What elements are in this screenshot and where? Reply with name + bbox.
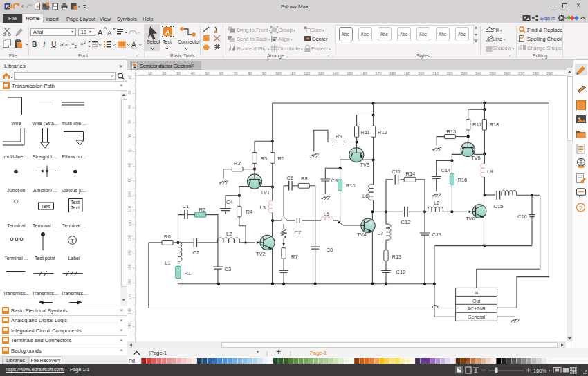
svg-text:R3: R3 (234, 160, 241, 167)
svg-text:R10: R10 (346, 182, 356, 189)
svg-text:R1: R1 (185, 270, 192, 276)
svg-text:TV2: TV2 (256, 251, 266, 257)
svg-text:R11: R11 (361, 129, 370, 135)
svg-text:R2: R2 (199, 207, 206, 213)
svg-text:R17: R17 (472, 122, 482, 128)
svg-text:C14: C14 (441, 167, 451, 173)
svg-text:L2: L2 (226, 231, 232, 237)
svg-text:AC+20B: AC+20B (467, 306, 486, 311)
svg-text:C2: C2 (193, 250, 200, 256)
svg-text:C1: C1 (183, 203, 190, 209)
svg-text:R15: R15 (447, 129, 457, 135)
svg-text:TV4: TV4 (357, 232, 367, 238)
svg-text:C15: C15 (494, 203, 504, 209)
svg-text:R12: R12 (378, 129, 387, 135)
svg-text:R14: R14 (406, 171, 416, 177)
svg-text:TV1: TV1 (261, 189, 270, 196)
svg-text:C10: C10 (396, 269, 406, 275)
svg-text:General: General (468, 314, 485, 319)
svg-text:R6: R6 (278, 156, 285, 162)
svg-text:C4: C4 (226, 199, 233, 205)
svg-text:C16: C16 (517, 214, 527, 220)
svg-text:L9: L9 (487, 169, 493, 175)
svg-text:C7: C7 (295, 229, 302, 236)
svg-text:TV3: TV3 (360, 162, 370, 168)
svg-text:R13: R13 (392, 254, 402, 260)
svg-text:TV6: TV6 (466, 216, 475, 222)
svg-text:In: In (475, 290, 479, 295)
svg-text:C3: C3 (225, 266, 232, 272)
svg-text:R16: R16 (458, 177, 468, 183)
svg-text:L7: L7 (378, 230, 383, 236)
svg-text:Out: Out (472, 299, 480, 303)
svg-text:R0: R0 (164, 234, 171, 240)
svg-text:C11: C11 (392, 169, 401, 175)
svg-text:R5: R5 (261, 156, 268, 162)
svg-text:L5: L5 (324, 211, 329, 217)
svg-text:C12: C12 (401, 219, 411, 225)
svg-text:R4: R4 (246, 209, 253, 215)
svg-text:L3: L3 (260, 205, 266, 211)
svg-text:L1: L1 (165, 260, 170, 266)
svg-text:C13: C13 (432, 232, 442, 238)
svg-text:R7: R7 (291, 254, 298, 260)
svg-text:R18: R18 (490, 122, 499, 128)
svg-text:L6: L6 (362, 193, 368, 199)
svg-text:R9: R9 (336, 133, 342, 140)
svg-text:R8: R8 (301, 176, 308, 182)
svg-text:C6: C6 (287, 175, 294, 181)
svg-text:C9: C9 (331, 178, 338, 184)
svg-text:TV5: TV5 (471, 155, 481, 161)
svg-text:C8: C8 (327, 247, 333, 253)
svg-text:L8: L8 (434, 200, 439, 206)
